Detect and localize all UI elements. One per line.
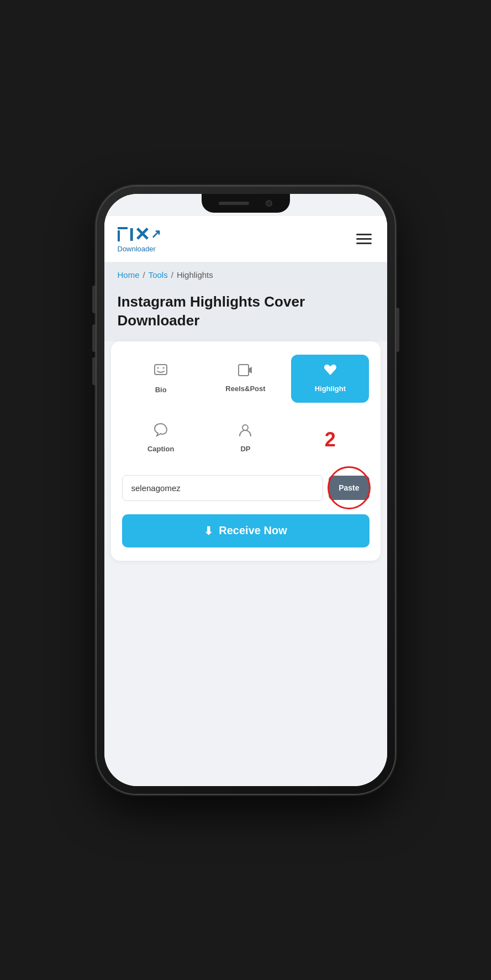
- download-icon: ⬇: [204, 524, 213, 538]
- caption-icon: [154, 423, 168, 440]
- header: I ✕ ↗ Downloader: [104, 216, 387, 262]
- dp-label: DP: [240, 445, 250, 453]
- username-input[interactable]: [122, 475, 324, 501]
- svg-point-2: [163, 367, 165, 368]
- breadcrumb-current: Highlights: [177, 270, 213, 280]
- input-row: Paste: [122, 475, 369, 501]
- tools-row2: Caption DP 2: [122, 414, 369, 462]
- page-title: Instagram Highlights Cover Downloader: [118, 293, 374, 330]
- notch: [202, 194, 290, 213]
- svg-point-1: [157, 367, 159, 368]
- camera: [266, 200, 272, 207]
- breadcrumb-home[interactable]: Home: [118, 270, 140, 280]
- highlight-icon: [323, 363, 337, 380]
- reels-icon: [237, 363, 253, 380]
- phone-frame: I ✕ ↗ Downloader Home / Tools: [97, 186, 395, 794]
- svg-rect-0: [155, 365, 167, 375]
- tab-caption[interactable]: Caption: [122, 414, 200, 462]
- paste-button[interactable]: Paste: [329, 476, 369, 500]
- receive-button[interactable]: ⬇ Receive Now: [122, 514, 369, 547]
- breadcrumb-tools[interactable]: Tools: [149, 270, 168, 280]
- breadcrumb-area: Home / Tools / Highlights: [104, 262, 387, 287]
- speaker: [219, 202, 249, 205]
- tab-bio[interactable]: Bio: [122, 355, 200, 403]
- paste-wrapper: Paste: [329, 476, 369, 500]
- bio-label: Bio: [155, 386, 167, 394]
- reels-label: Reels&Post: [225, 384, 265, 393]
- svg-rect-3: [239, 365, 249, 376]
- logo-bracket: [118, 227, 128, 241]
- phone-screen: I ✕ ↗ Downloader Home / Tools: [104, 194, 387, 786]
- highlight-label: Highlight: [315, 384, 346, 393]
- bio-icon: [154, 363, 168, 381]
- breadcrumb-sep1: /: [143, 270, 145, 280]
- svg-point-4: [242, 425, 248, 430]
- screen-content: I ✕ ↗ Downloader Home / Tools: [104, 194, 387, 786]
- breadcrumb: Home / Tools / Highlights: [118, 270, 374, 280]
- receive-label: Receive Now: [219, 524, 287, 537]
- breadcrumb-sep2: /: [171, 270, 173, 280]
- logo-subtitle: Downloader: [118, 245, 156, 253]
- main-card: Bio Reels&Post: [111, 341, 381, 561]
- title-area: Instagram Highlights Cover Downloader: [104, 287, 387, 341]
- hamburger-menu[interactable]: [354, 231, 374, 246]
- tab-reels[interactable]: Reels&Post: [207, 355, 284, 403]
- tab-dp[interactable]: DP: [207, 414, 284, 462]
- logo: I ✕ ↗ Downloader: [118, 225, 161, 253]
- tab-highlight[interactable]: Highlight: [291, 355, 369, 403]
- logo-mark: I ✕ ↗: [118, 225, 161, 244]
- caption-label: Caption: [147, 445, 174, 453]
- tools-row1: Bio Reels&Post: [122, 355, 369, 403]
- dp-icon: [238, 423, 252, 440]
- number-badge: 2: [291, 414, 369, 462]
